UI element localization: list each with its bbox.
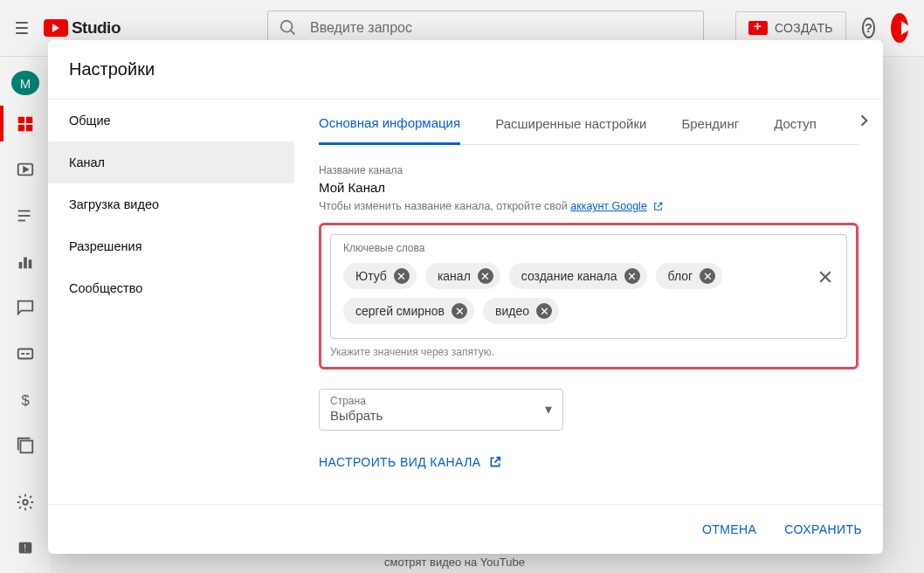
keyword-chip-label: сергей смирнов (355, 304, 445, 318)
keyword-chip-label: канал (438, 269, 471, 283)
keyword-chip: канал✕ (425, 263, 500, 289)
channel-helper-text: Чтобы изменить название канала, откройте… (319, 200, 570, 212)
tabs-scroll-right[interactable] (852, 108, 876, 136)
sidebar-item-channel[interactable]: Канал (48, 142, 294, 183)
country-value: Выбрать (330, 408, 383, 423)
keyword-chip-label: создание канала (521, 269, 617, 283)
channel-helper: Чтобы изменить название канала, откройте… (319, 200, 858, 212)
keyword-chip-label: видео (495, 304, 529, 318)
keyword-chip: Ютуб✕ (343, 263, 417, 289)
sidebar-item-community[interactable]: Сообщество (48, 267, 294, 309)
customize-channel-link[interactable]: НАСТРОИТЬ ВИД КАНАЛА (319, 455, 858, 469)
channel-name-value: Мой Канал (319, 180, 858, 195)
channel-name-label: Название канала (319, 164, 858, 176)
keywords-highlight: Ключевые слова Ютуб✕канал✕создание канал… (319, 223, 858, 369)
sidebar-item-upload[interactable]: Загрузка видео (48, 183, 294, 225)
sidebar-item-general[interactable]: Общие (48, 100, 294, 142)
remove-chip-icon[interactable]: ✕ (478, 268, 493, 284)
keywords-field[interactable]: Ключевые слова Ютуб✕канал✕создание канал… (330, 234, 847, 339)
close-icon (817, 268, 834, 286)
modal-sidebar: Общие Канал Загрузка видео Разрешения Со… (48, 100, 294, 504)
sidebar-item-permissions[interactable]: Разрешения (48, 225, 294, 267)
modal-title: Настройки (48, 40, 883, 100)
tab-basic-info[interactable]: Основная информация (319, 100, 460, 145)
keyword-chip: создание канала✕ (509, 263, 647, 289)
remove-chip-icon[interactable]: ✕ (624, 268, 640, 284)
tab-advanced[interactable]: Расширенные настройки (495, 100, 646, 143)
remove-chip-icon[interactable]: ✕ (394, 268, 410, 284)
keyword-chip: сергей смирнов✕ (343, 298, 474, 324)
external-link-icon (652, 201, 664, 212)
google-account-link[interactable]: аккаунт Google (570, 200, 647, 212)
keywords-hint: Укажите значения через запятую. (330, 346, 847, 358)
keyword-chip: видео✕ (483, 298, 559, 324)
cancel-button[interactable]: ОТМЕНА (699, 515, 760, 543)
external-link-icon (488, 455, 502, 469)
chevron-right-icon (855, 112, 872, 129)
modal-footer: ОТМЕНА СОХРАНИТЬ (48, 504, 883, 554)
keywords-chips: Ютуб✕канал✕создание канала✕блог✕сергей с… (343, 263, 834, 324)
settings-modal: Настройки Общие Канал Загрузка видео Раз… (48, 40, 883, 554)
customize-channel-label: НАСТРОИТЬ ВИД КАНАЛА (319, 455, 481, 469)
country-label: Страна (330, 395, 383, 407)
clear-keywords-button[interactable] (817, 268, 834, 289)
country-select[interactable]: Страна Выбрать ▾ (319, 389, 563, 431)
chevron-down-icon: ▾ (545, 401, 552, 418)
remove-chip-icon[interactable]: ✕ (536, 303, 552, 319)
remove-chip-icon[interactable]: ✕ (452, 303, 467, 319)
keyword-chip-label: блог (668, 269, 693, 283)
keyword-chip: блог✕ (656, 263, 723, 289)
save-button[interactable]: СОХРАНИТЬ (781, 515, 865, 543)
keyword-chip-label: Ютуб (355, 269, 387, 283)
tab-branding[interactable]: Брендинг (681, 100, 739, 143)
tab-access[interactable]: Доступ (774, 100, 817, 143)
remove-chip-icon[interactable]: ✕ (700, 268, 715, 284)
keywords-label: Ключевые слова (343, 242, 834, 254)
modal-main: Основная информация Расширенные настройк… (294, 100, 883, 504)
tabs: Основная информация Расширенные настройк… (319, 100, 858, 145)
